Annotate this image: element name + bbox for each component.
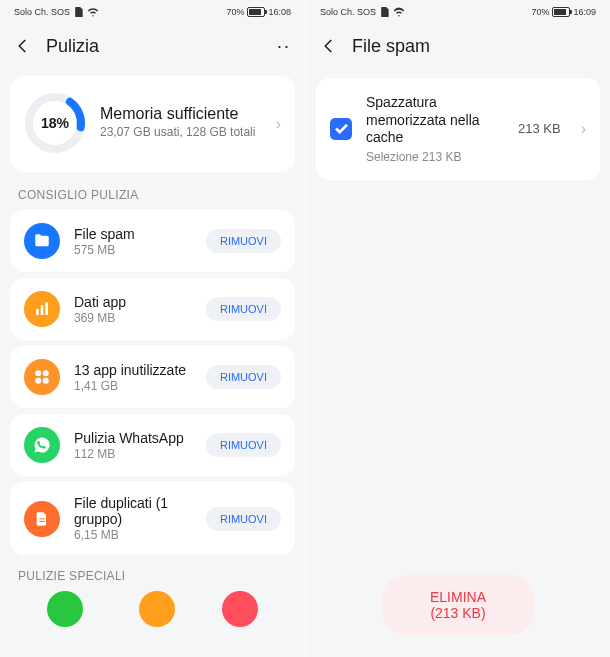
- svg-point-6: [43, 370, 49, 376]
- battery-icon: [552, 7, 570, 17]
- item-selection: Selezione 213 KB: [366, 150, 504, 164]
- carrier-text: Solo Ch. SOS: [14, 7, 70, 17]
- item-size: 575 MB: [74, 243, 192, 257]
- item-title: Dati app: [74, 294, 192, 310]
- special-item-3[interactable]: [222, 591, 258, 627]
- special-item-1[interactable]: [47, 591, 83, 627]
- svg-rect-10: [39, 521, 44, 522]
- sim-icon: [380, 7, 389, 17]
- battery-percent: 70%: [531, 7, 549, 17]
- cleanup-item-2[interactable]: 13 app inutilizzate1,41 GBRIMUOVI: [10, 346, 295, 408]
- remove-button[interactable]: RIMUOVI: [206, 433, 281, 457]
- remove-button[interactable]: RIMUOVI: [206, 297, 281, 321]
- item-size: 213 KB: [518, 121, 561, 136]
- storage-percent: 18%: [24, 92, 86, 154]
- header: File spam: [306, 24, 610, 68]
- clock: 16:09: [573, 7, 596, 17]
- remove-button[interactable]: RIMUOVI: [206, 507, 281, 531]
- svg-rect-2: [36, 309, 39, 315]
- item-title: 13 app inutilizzate: [74, 362, 192, 378]
- document-icon: [24, 501, 60, 537]
- special-item-2[interactable]: [139, 591, 175, 627]
- header: Pulizia ··: [0, 24, 305, 68]
- delete-button[interactable]: ELIMINA (213 KB): [382, 575, 534, 635]
- memory-card[interactable]: 18% Memoria sufficiente 23,07 GB usati, …: [10, 76, 295, 172]
- status-bar: Solo Ch. SOS 70% 16:08: [0, 0, 305, 24]
- sim-icon: [74, 7, 83, 17]
- memory-title: Memoria sufficiente: [100, 105, 255, 123]
- storage-donut-icon: 18%: [24, 92, 86, 154]
- item-title: Pulizia WhatsApp: [74, 430, 192, 446]
- item-size: 1,41 GB: [74, 379, 192, 393]
- menu-icon[interactable]: ··: [277, 36, 291, 57]
- battery-icon: [247, 7, 265, 17]
- item-title: File duplicati (1 gruppo): [74, 495, 192, 527]
- chevron-right-icon: ›: [276, 115, 281, 133]
- memory-sub: 23,07 GB usati, 128 GB totali: [100, 125, 255, 141]
- checkbox-checked[interactable]: [330, 118, 352, 140]
- item-title: Spazzatura memorizzata nella cache: [366, 94, 504, 147]
- remove-button[interactable]: RIMUOVI: [206, 229, 281, 253]
- left-screen-pulizia: Solo Ch. SOS 70% 16:08 Pulizia ·· 18% Me…: [0, 0, 305, 657]
- cache-junk-item[interactable]: Spazzatura memorizzata nella cache Selez…: [316, 78, 600, 180]
- right-screen-file-spam: Solo Ch. SOS 70% 16:09 File spam Spazzat…: [305, 0, 610, 657]
- item-size: 112 MB: [74, 447, 192, 461]
- clock: 16:08: [268, 7, 291, 17]
- svg-rect-4: [45, 302, 48, 315]
- svg-point-8: [43, 378, 49, 384]
- back-button[interactable]: [14, 37, 32, 55]
- cleanup-item-1[interactable]: Dati app369 MBRIMUOVI: [10, 278, 295, 340]
- chart-icon: [24, 291, 60, 327]
- back-button[interactable]: [320, 37, 338, 55]
- remove-button[interactable]: RIMUOVI: [206, 365, 281, 389]
- special-cleaning-row: [0, 585, 305, 633]
- section-cleaning-advice: CONSIGLIO PULIZIA: [0, 180, 305, 204]
- page-title: Pulizia: [46, 36, 263, 57]
- page-title: File spam: [352, 36, 596, 57]
- carrier-text: Solo Ch. SOS: [320, 7, 376, 17]
- battery-percent: 70%: [226, 7, 244, 17]
- status-bar: Solo Ch. SOS 70% 16:09: [306, 0, 610, 24]
- cleanup-item-3[interactable]: Pulizia WhatsApp112 MBRIMUOVI: [10, 414, 295, 476]
- svg-rect-3: [41, 305, 44, 315]
- svg-point-5: [35, 370, 41, 376]
- whatsapp-icon: [24, 427, 60, 463]
- item-title: File spam: [74, 226, 192, 242]
- item-size: 6,15 MB: [74, 528, 192, 542]
- wifi-icon: [393, 7, 405, 17]
- folder-icon: [24, 223, 60, 259]
- wifi-icon: [87, 7, 99, 17]
- svg-point-7: [35, 378, 41, 384]
- item-size: 369 MB: [74, 311, 192, 325]
- apps-icon: [24, 359, 60, 395]
- svg-rect-9: [39, 518, 44, 519]
- chevron-right-icon: ›: [581, 120, 586, 138]
- section-special-cleaning: PULIZIE SPECIALI: [0, 561, 305, 585]
- cleanup-item-0[interactable]: File spam575 MBRIMUOVI: [10, 210, 295, 272]
- cleanup-item-4[interactable]: File duplicati (1 gruppo)6,15 MBRIMUOVI: [10, 482, 295, 555]
